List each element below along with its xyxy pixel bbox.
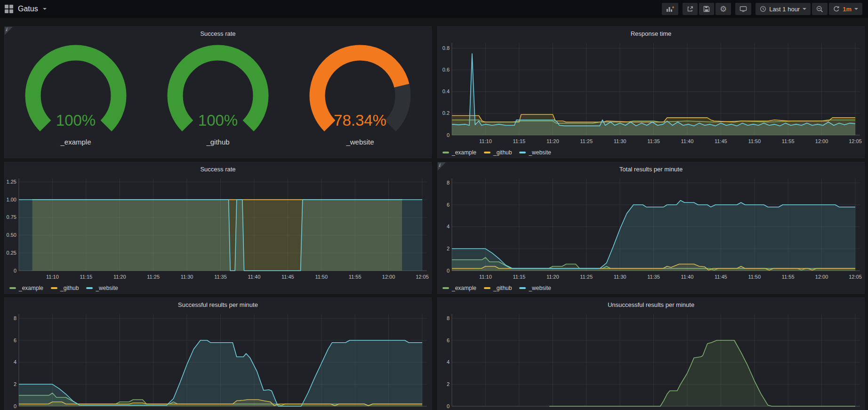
legend-color-pill [484, 287, 490, 289]
gauge-label: _example [60, 138, 91, 146]
panel-title[interactable]: Unsuccessful results per minute [438, 298, 864, 311]
svg-text:4: 4 [447, 224, 450, 229]
svg-text:11:25: 11:25 [580, 274, 593, 280]
svg-text:0: 0 [14, 268, 16, 273]
svg-text:8: 8 [14, 315, 16, 321]
legend-item[interactable]: _example [442, 285, 476, 291]
panel-total-results: i Total results per minute 0246811:1011:… [437, 162, 865, 294]
gauge-website[interactable]: 78.34% _website [289, 40, 431, 159]
legend-item[interactable]: _example [442, 149, 476, 156]
unsuccessful-results-chart[interactable]: 0246811:1011:1511:2011:2511:3011:3511:40… [438, 311, 864, 410]
zoom-out-button[interactable] [812, 3, 828, 15]
navbar-actions: ⚙ Last 1 hour [662, 3, 862, 15]
svg-text:4: 4 [14, 359, 16, 365]
dashboard-title[interactable]: Gatus [18, 5, 38, 13]
apps-grid-icon[interactable] [5, 5, 13, 13]
svg-text:12:05: 12:05 [849, 274, 862, 280]
svg-text:2: 2 [447, 381, 450, 387]
legend-item[interactable]: _github [484, 149, 512, 156]
legend-label: _website [96, 285, 118, 291]
svg-text:0: 0 [447, 403, 450, 409]
legend-label: _github [493, 285, 512, 291]
settings-button[interactable]: ⚙ [715, 3, 731, 15]
svg-text:11:10: 11:10 [479, 274, 492, 280]
gauge-value: 100% [5, 112, 147, 129]
legend-item[interactable]: _website [519, 149, 551, 156]
panel-title[interactable]: Success rate [5, 27, 431, 40]
legend-label: _example [19, 285, 43, 291]
svg-text:0: 0 [447, 132, 450, 138]
legend-color-pill [442, 152, 449, 153]
svg-text:8: 8 [447, 180, 450, 185]
panel-success-rate-gauges: i Success rate 100% _example 100% _githu… [4, 26, 432, 158]
legend-item[interactable]: _example [9, 285, 43, 291]
svg-text:11:35: 11:35 [647, 138, 660, 144]
legend-label: _github [493, 149, 512, 156]
dashboard-grid: i Success rate 100% _example 100% _githu… [0, 18, 868, 410]
svg-text:12:05: 12:05 [416, 274, 429, 280]
svg-text:11:55: 11:55 [782, 274, 795, 280]
svg-text:0.4: 0.4 [442, 88, 450, 94]
svg-text:11:20: 11:20 [113, 274, 126, 280]
response-time-chart[interactable]: 00.20.40.60.811:1011:1511:2011:2511:3011… [438, 40, 864, 146]
svg-text:11:25: 11:25 [147, 274, 160, 280]
save-button[interactable] [699, 3, 714, 15]
svg-text:2: 2 [14, 381, 16, 387]
svg-text:11:55: 11:55 [782, 138, 795, 144]
svg-text:11:50: 11:50 [748, 274, 761, 280]
legend-label: _example [452, 285, 476, 291]
refresh-icon [833, 6, 840, 12]
svg-text:0: 0 [447, 268, 450, 273]
svg-text:11:25: 11:25 [580, 138, 593, 144]
panel-info-icon[interactable]: i [5, 27, 13, 35]
chevron-down-icon[interactable] [43, 8, 47, 10]
total-results-chart[interactable]: 0246811:1011:1511:2011:2511:3011:3511:40… [438, 176, 864, 282]
svg-text:11:40: 11:40 [248, 274, 261, 280]
svg-text:11:15: 11:15 [80, 274, 92, 280]
legend-color-pill [519, 152, 526, 153]
share-button[interactable] [683, 3, 698, 15]
svg-text:8: 8 [447, 315, 450, 321]
chevron-down-icon [854, 8, 858, 10]
gear-icon: ⚙ [720, 5, 727, 13]
refresh-button[interactable]: 1m [829, 3, 862, 15]
svg-text:0.50: 0.50 [7, 232, 16, 238]
legend: _example_github_website [438, 282, 864, 294]
svg-text:11:35: 11:35 [647, 274, 660, 280]
svg-text:11:55: 11:55 [349, 274, 362, 280]
cycle-view-button[interactable] [735, 3, 751, 15]
time-range-label: Last 1 hour [769, 6, 800, 13]
legend-color-pill [442, 287, 449, 289]
panel-info-icon[interactable]: i [438, 162, 446, 170]
monitor-icon [739, 6, 747, 12]
legend: _example_github_website [5, 282, 431, 294]
panel-title[interactable]: Total results per minute [438, 162, 864, 176]
legend-color-pill [9, 287, 16, 289]
svg-text:0.25: 0.25 [7, 250, 16, 256]
svg-text:11:10: 11:10 [479, 138, 492, 144]
legend-item[interactable]: _website [519, 285, 551, 291]
time-range-button[interactable]: Last 1 hour [755, 3, 811, 15]
gauge-github[interactable]: 100% _github [147, 40, 289, 159]
svg-text:11:45: 11:45 [715, 274, 727, 280]
save-icon [703, 6, 710, 12]
chevron-down-icon [803, 8, 806, 10]
legend-item[interactable]: _github [484, 285, 512, 291]
panel-response-time: Response time 00.20.40.60.811:1011:1511:… [437, 26, 865, 158]
gauge-example[interactable]: 100% _example [5, 40, 147, 159]
panel-title[interactable]: Success rate [5, 162, 431, 176]
panel-title[interactable]: Response time [438, 27, 864, 40]
svg-text:4: 4 [447, 359, 450, 365]
legend-item[interactable]: _website [86, 285, 118, 291]
svg-text:6: 6 [14, 338, 16, 343]
add-panel-button[interactable] [662, 3, 678, 15]
svg-text:11:50: 11:50 [748, 138, 761, 144]
svg-text:0.2: 0.2 [442, 110, 450, 116]
svg-text:11:30: 11:30 [181, 274, 193, 280]
success-rate-chart[interactable]: 00.250.500.751.001.2511:1011:1511:2011:2… [5, 176, 431, 282]
legend-item[interactable]: _github [51, 285, 79, 291]
svg-text:12:05: 12:05 [849, 138, 862, 144]
panel-title[interactable]: Successful results per minute [5, 298, 431, 311]
successful-results-chart[interactable]: 0246811:1011:1511:2011:2511:3011:3511:40… [5, 311, 431, 410]
svg-text:11:35: 11:35 [214, 274, 227, 280]
